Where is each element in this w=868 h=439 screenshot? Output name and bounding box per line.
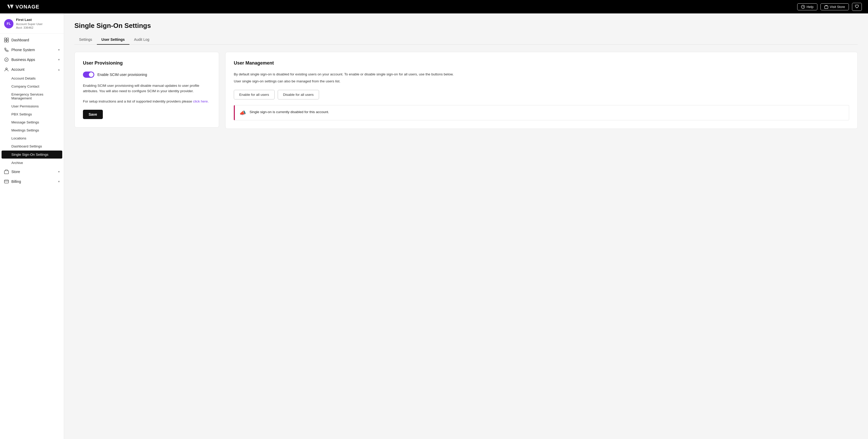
sidebar-item-account-details[interactable]: Account Details [0,74,64,83]
cards-row: User Provisioning Enable SCIM user provi… [74,52,858,129]
svg-rect-4 [825,6,828,8]
help-button[interactable]: ? Help [797,3,817,10]
chevron-down-icon: ▾ [58,170,60,174]
sidebar-item-message-settings[interactable]: Message Settings [0,118,64,126]
mgmt-desc2: User single sign-on settings can also be… [234,79,849,84]
svg-rect-5 [4,38,6,40]
sidebar-item-label: Business Apps [11,58,35,62]
sidebar: FL First Last Account Super User Acct: 3… [0,13,64,439]
provisioning-desc2: For setup instructions and a list of sup… [83,99,211,104]
toggle-label: Enable SCIM user provisioning [97,72,147,77]
scim-toggle[interactable] [83,71,94,78]
sidebar-item-single-sign-on[interactable]: Single Sign-On Settings [2,151,62,159]
sidebar-item-account[interactable]: Account ▴ [0,65,64,74]
main-content: Single Sign-On Settings Settings User Se… [64,13,868,439]
user-provisioning-card: User Provisioning Enable SCIM user provi… [74,52,219,128]
avatar: FL [4,19,13,28]
sidebar-item-dashboard-settings[interactable]: Dashboard Settings [0,142,64,150]
sidebar-item-billing[interactable]: Billing ▾ [0,177,64,186]
user-section: FL First Last Account Super User Acct: 3… [0,13,64,34]
svg-text:?: ? [802,6,804,8]
svg-point-10 [6,68,7,69]
sidebar-item-company-contact[interactable]: Company Contact [0,83,64,90]
tab-settings[interactable]: Settings [74,35,97,45]
chevron-up-icon: ▴ [58,68,60,71]
favorites-button[interactable] [852,3,862,11]
sidebar-item-label: Phone System [11,48,35,52]
sidebar-item-label: Dashboard [11,38,29,42]
user-acct: Acct: 336462 [16,26,43,30]
user-role: Account Super User [16,22,43,26]
user-info: First Last Account Super User Acct: 3364… [16,18,43,30]
mgmt-desc1: By default single sign-on is disabled fo… [234,71,849,77]
chevron-down-icon: ▾ [58,58,60,61]
sidebar-item-label: Billing [11,180,21,184]
chevron-down-icon: ▾ [58,48,60,52]
user-name: First Last [16,18,43,22]
visit-store-button[interactable]: Visit Store [820,3,849,10]
user-management-card: User Management By default single sign-o… [225,52,858,129]
sidebar-item-dashboard[interactable]: Dashboard [0,35,64,45]
tab-user-settings[interactable]: User Settings [97,35,129,45]
save-button[interactable]: Save [83,110,103,119]
sso-notice: 📣 Single sign-on is currently disabled f… [234,105,849,120]
sidebar-item-locations[interactable]: Locations [0,134,64,142]
card-title: User Provisioning [83,60,211,66]
disable-all-users-button[interactable]: Disable for all users [278,90,319,99]
svg-rect-12 [4,180,8,183]
svg-rect-11 [4,171,8,174]
sidebar-item-store[interactable]: Store ▾ [0,167,64,177]
enable-all-users-button[interactable]: Enable for all users [234,90,275,99]
vonage-logo: VONAGE [6,3,39,10]
topnav-actions: ? Help Visit Store [797,3,862,11]
svg-rect-8 [7,40,8,42]
sso-action-buttons: Enable for all users Disable for all use… [234,90,849,99]
tabs: Settings User Settings Audit Log [74,35,858,45]
chevron-down-icon: ▾ [58,180,60,183]
toggle-row: Enable SCIM user provisioning [83,71,211,78]
provisioning-desc1: Enabling SCIM user provisioning will dis… [83,83,211,94]
sidebar-item-business-apps[interactable]: Business Apps ▾ [0,55,64,65]
sidebar-item-user-permissions[interactable]: User Permissions [0,102,64,110]
sidebar-item-meetings-settings[interactable]: Meetings Settings [0,126,64,134]
sidebar-item-phone-system[interactable]: Phone System ▾ [0,45,64,55]
tab-audit-log[interactable]: Audit Log [129,35,154,45]
notice-text: Single sign-on is currently disabled for… [250,109,329,115]
card-title: User Management [234,60,849,66]
sidebar-item-pbx-settings[interactable]: PBX Settings [0,110,64,118]
svg-rect-6 [7,38,8,40]
megaphone-icon: 📣 [240,110,246,116]
svg-rect-7 [4,40,6,42]
logo-text: VONAGE [16,4,39,10]
page-title: Single Sign-On Settings [74,22,858,30]
svg-marker-1 [10,5,13,9]
svg-marker-0 [7,5,10,9]
sidebar-item-label: Store [11,170,20,174]
account-sub-menu: Account Details Company Contact Emergenc… [0,74,64,167]
top-navigation: VONAGE ? Help Visit Store [0,0,868,13]
click-here-link[interactable]: click here. [193,99,209,103]
sidebar-item-archive[interactable]: Archive [0,159,64,167]
sidebar-item-label: Account [11,67,25,71]
sidebar-item-emergency-services[interactable]: Emergency Services Management [0,90,64,102]
